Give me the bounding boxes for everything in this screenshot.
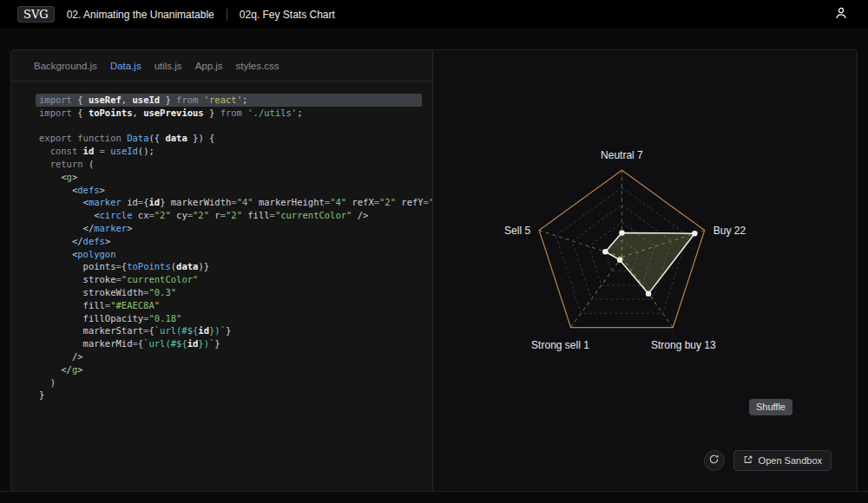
code-line[interactable]: <circle cx="2" cy="2" r="2" fill="curren… [36,209,422,222]
code-line[interactable]: markerStart={`url(#${id})`} [36,324,422,337]
refresh-icon [708,453,720,468]
refresh-button[interactable] [704,450,725,471]
svg-text:Strong buy 13: Strong buy 13 [651,339,716,351]
page-bottom-rule [0,491,868,492]
code-line[interactable]: <g> [36,171,422,184]
preview-pane: Neutral 7Buy 22Strong buy 13Strong sell … [433,50,857,491]
code-line[interactable]: points={toPoints(data)} [36,260,422,273]
code-line[interactable]: <polygon [36,248,422,261]
code-line[interactable]: </marker> [36,222,422,235]
code-line[interactable]: /> [36,350,422,363]
code-line[interactable]: fillOpacity="0.18" [36,312,422,325]
open-sandbox-label: Open Sandbox [759,455,822,466]
code-editor[interactable]: import { useRef, useId } from 'react';im… [11,82,432,491]
tab-data-js[interactable]: Data.js [110,61,141,71]
code-line[interactable]: </defs> [36,235,422,248]
external-link-icon [743,454,753,467]
user-account-button[interactable] [832,5,851,24]
editor-tabs: Background.jsData.jsutils.jsApp.jsstyles… [11,50,432,82]
code-line[interactable]: </g> [36,363,422,376]
tab-utils-js[interactable]: utils.js [155,61,182,71]
radar-chart: Neutral 7Buy 22Strong buy 13Strong sell … [433,50,857,491]
code-line[interactable] [36,120,422,133]
code-line[interactable]: markerMid={`url(#${id})`} [36,337,422,350]
code-line[interactable]: stroke="currentColor" [36,273,422,286]
open-sandbox-button[interactable]: Open Sandbox [733,450,832,471]
preview-actions: Open Sandbox [704,450,832,471]
code-line[interactable]: fill="#EAEC8A" [36,299,422,312]
tab-styles-css[interactable]: styles.css [236,61,279,71]
code-line[interactable]: ) [36,376,422,389]
breadcrumb-divider [227,9,227,21]
code-line[interactable]: <defs> [36,184,422,197]
code-line[interactable]: export function Data({ data }) { [36,132,422,145]
svg-logo[interactable]: SVG [17,6,55,23]
svg-text:Neutral 7: Neutral 7 [601,149,643,161]
svg-text:Buy 22: Buy 22 [713,225,746,237]
svg-text:Strong sell 1: Strong sell 1 [531,339,589,351]
code-line[interactable]: const id = useId(); [36,145,422,158]
code-line[interactable]: <marker id={id} markerWidth="4" markerHe… [36,196,422,209]
tab-app-js[interactable]: App.js [195,61,223,71]
code-line[interactable]: return ( [36,158,422,171]
shuffle-button[interactable]: Shuffle [749,399,792,415]
tab-background-js[interactable]: Background.js [34,61,97,71]
code-line[interactable]: } [36,389,422,402]
code-line[interactable]: import { toPoints, usePrevious } from '.… [36,107,422,120]
code-line[interactable]: import { useRef, useId } from 'react'; [36,94,422,107]
svg-text:Sell 5: Sell 5 [504,225,530,237]
code-editor-pane: Background.jsData.jsutils.jsApp.jsstyles… [11,50,433,491]
user-icon [833,5,849,24]
course-title: 02. Animating the Unanimatable [67,9,214,21]
code-line[interactable]: strokeWidth="0.3" [36,286,422,299]
lesson-title: 02q. Fey Stats Chart [240,9,335,21]
topbar: SVG 02. Animating the Unanimatable 02q. … [0,0,868,29]
sandbox-panel: Background.jsData.jsutils.jsApp.jsstyles… [10,49,858,491]
